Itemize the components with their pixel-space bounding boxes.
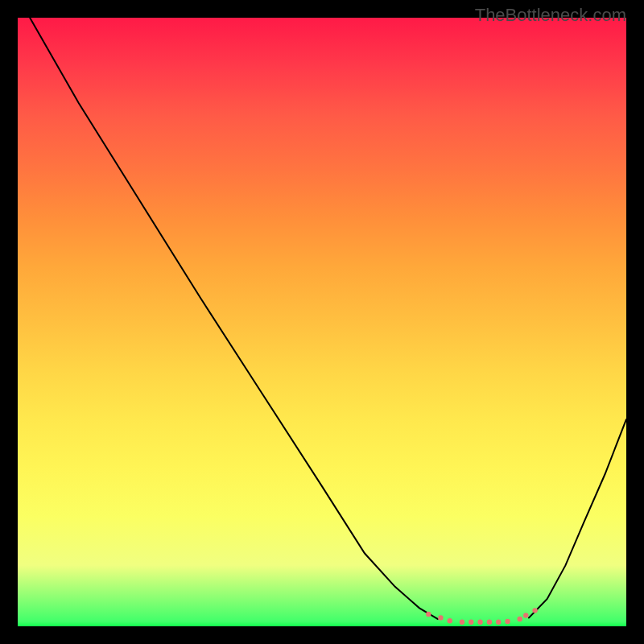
minimum-marker: [448, 618, 452, 623]
minimum-marker: [477, 620, 482, 625]
curve-segment: [30, 18, 438, 619]
minimum-marker: [496, 620, 501, 625]
dots-group: [426, 608, 538, 625]
minimum-marker: [532, 608, 537, 613]
minimum-marker: [438, 615, 443, 620]
watermark-text: TheBottleneck.com: [475, 5, 626, 26]
minimum-marker: [523, 613, 528, 617]
minimum-marker: [505, 619, 510, 624]
minimum-marker: [487, 620, 492, 625]
minimum-marker: [518, 617, 522, 621]
minimum-marker: [469, 620, 473, 625]
curve-group: [30, 18, 626, 619]
curve-segment: [529, 419, 626, 617]
chart-svg: [18, 18, 626, 626]
minimum-marker: [460, 620, 464, 625]
minimum-marker: [426, 612, 431, 617]
